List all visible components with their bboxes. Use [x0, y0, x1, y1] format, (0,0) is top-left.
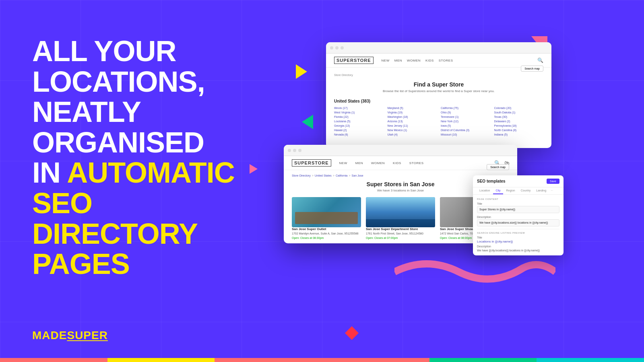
browser-dot-1 [330, 46, 333, 49]
browser-dot-3 [341, 46, 344, 49]
headline-line4: DIRECTORY PAGES [32, 218, 197, 280]
page-content-label: PAGE CONTENT [477, 198, 559, 200]
browser-dot-2 [335, 46, 339, 49]
store-content-1: Store Directory Search map Find a Super … [326, 68, 551, 148]
state-louisiana[interactable]: Louisiana (5) [334, 120, 384, 123]
state-utah[interactable]: Utah (4) [388, 133, 437, 136]
seo-tab-landing[interactable]: Landing [534, 187, 549, 194]
bar-yellow [107, 358, 215, 362]
store-card-name-2: San Jose Super Department Store [366, 227, 435, 231]
store-logo-1: SUPERSTORE [334, 57, 374, 64]
store-card-hours-2: Open: Closes at 07:00pm [366, 237, 435, 239]
nav-new-2[interactable]: NEW [339, 161, 347, 165]
nav-links-1: NEW MEN WOMEN KIDS STORES [382, 59, 529, 62]
search-icon-1[interactable]: 🔍 [537, 58, 543, 63]
state-tennessee[interactable]: Tennessee (1) [441, 115, 490, 118]
preview-desc-value: We have {{city.locations}} locations in … [477, 249, 559, 253]
desc-field-label: Description [477, 216, 559, 218]
title-field-label: Title [477, 202, 559, 205]
state-newmexico[interactable]: New Mexico (1) [388, 129, 437, 132]
desc-field-value[interactable]: We have {{city.locations.size}} location… [477, 219, 559, 226]
state-sd[interactable]: South Dakota (1) [494, 111, 544, 114]
browser-bar-1 [326, 42, 551, 53]
store-img-1 [292, 197, 361, 227]
nav-kids-2[interactable]: KIDS [393, 161, 401, 165]
store-card-1: San Jose Super Outlet 1702 Maridyn Avenu… [292, 197, 361, 239]
seo-tabs: Location City Region Country Landing ··· [473, 187, 564, 195]
store-nav-2: SUPERSTORE NEW MEN WOMEN KIDS STORES 🔍 🛍 [284, 156, 517, 170]
nav-women-1[interactable]: WOMEN [407, 59, 421, 62]
brand-logo: MADESUPER [32, 329, 108, 342]
state-dc[interactable]: District of Columbia (3) [441, 129, 490, 132]
bc-ca[interactable]: California [336, 174, 348, 177]
bc-us[interactable]: United States [315, 174, 332, 177]
title-field-value[interactable]: Super Stores in {{city.name}} [477, 206, 559, 213]
search-map-btn-1[interactable]: Search map [521, 66, 543, 72]
triangle-left-shape [302, 115, 313, 129]
bc-sj[interactable]: San Jose [352, 174, 363, 177]
state-georgia[interactable]: Georgia (13) [334, 124, 384, 127]
preview-title-label: Title [477, 236, 559, 239]
state-indiana[interactable]: Indiana (5) [494, 133, 544, 136]
state-arizona[interactable]: Arizona (13) [388, 120, 437, 123]
diamond-red-shape [347, 328, 357, 338]
seo-tab-region[interactable]: Region [504, 187, 518, 194]
state-ohio[interactable]: Ohio (9) [441, 111, 490, 114]
nav-women-2[interactable]: WOMEN [371, 161, 385, 165]
search-map-btn-2[interactable]: Search map [487, 164, 509, 170]
nav-stores-1[interactable]: STORES [439, 59, 453, 62]
state-virginia[interactable]: Virginia (19) [388, 111, 437, 114]
states-grid-1: Illinois (17) Maryland (5) California (7… [334, 107, 543, 136]
seo-preview-section: SEARCH ENGINE LISTING PREVIEW Title Loca… [477, 229, 559, 253]
bar-red [0, 358, 107, 362]
preview-title-value: Locations in {{city.name}} [477, 240, 559, 243]
state-newyork[interactable]: New York (12) [441, 120, 490, 123]
state-illinois[interactable]: Illinois (17) [334, 107, 384, 109]
headline-line3-prefix: IN [32, 156, 67, 189]
browser-dot-5 [293, 149, 296, 152]
state-california[interactable]: California (75) [441, 107, 490, 109]
bottom-color-bar [0, 358, 644, 362]
state-pennsylvania[interactable]: Pennsylvania (18) [494, 124, 544, 127]
seo-tab-city[interactable]: City [493, 187, 503, 194]
state-washington[interactable]: Washington (18) [388, 115, 437, 118]
store-img-2 [366, 197, 435, 227]
state-nc[interactable]: North Carolina (8) [494, 129, 544, 132]
bc-store-dir[interactable]: Store Directory [292, 174, 311, 177]
nav-stores-2[interactable]: STORES [409, 161, 424, 165]
country-title-1: United States (383) [334, 99, 543, 103]
seo-tab-country[interactable]: Country [518, 187, 533, 194]
state-nevada[interactable]: Nevada (6) [334, 133, 384, 136]
state-colorado[interactable]: Colorado (20) [494, 107, 544, 109]
store-nav-1: SUPERSTORE NEW MEN WOMEN KIDS STORES 🔍 [326, 53, 551, 68]
seo-save-button[interactable]: Save [547, 179, 559, 184]
seo-tab-location[interactable]: Location [477, 187, 492, 194]
store-card-name-1: San Jose Super Outlet [292, 227, 361, 231]
state-texas[interactable]: Texas (30) [494, 115, 544, 118]
browser-window-store-directory: SUPERSTORE NEW MEN WOMEN KIDS STORES 🔍 S… [326, 42, 551, 148]
headline-line1: ALL YOUR LOCATIONS, [32, 35, 205, 98]
headline-line2: NEATLY ORGANISED [32, 96, 204, 158]
nav-men-1[interactable]: MEN [394, 59, 402, 62]
state-hawaii[interactable]: Hawaii (2) [334, 129, 384, 132]
store-card-addr-2: 1761 North First Street, San Jose, 95112… [366, 232, 435, 236]
state-missouri[interactable]: Missouri (10) [441, 133, 490, 136]
nav-men-2[interactable]: MEN [355, 161, 363, 165]
state-maryland[interactable]: Maryland (5) [388, 107, 437, 109]
state-delaware[interactable]: Delaware (2) [494, 120, 544, 123]
brand-part1: MADE [32, 329, 67, 341]
state-iowa[interactable]: Iowa (5) [441, 124, 490, 127]
nav-new-1[interactable]: NEW [382, 59, 390, 62]
seo-tab-more[interactable]: ··· [549, 187, 554, 194]
page-title-1: Find a Super Store [334, 81, 543, 88]
main-headline: ALL YOUR LOCATIONS, NEATLY ORGANISED IN … [32, 36, 274, 280]
brand-part2: SUPER [67, 329, 107, 341]
breadcrumb-1: Store Directory [334, 74, 353, 76]
nav-kids-1[interactable]: KIDS [425, 59, 434, 62]
seo-panel-title: SEO templates [477, 179, 506, 183]
state-newjersey[interactable]: New Jersey (11) [388, 124, 437, 127]
triangle-right-shape [296, 64, 307, 79]
bar-pink2 [322, 358, 429, 362]
state-wv[interactable]: West Virginia (1) [334, 111, 384, 114]
state-florida[interactable]: Florida (22) [334, 115, 384, 118]
